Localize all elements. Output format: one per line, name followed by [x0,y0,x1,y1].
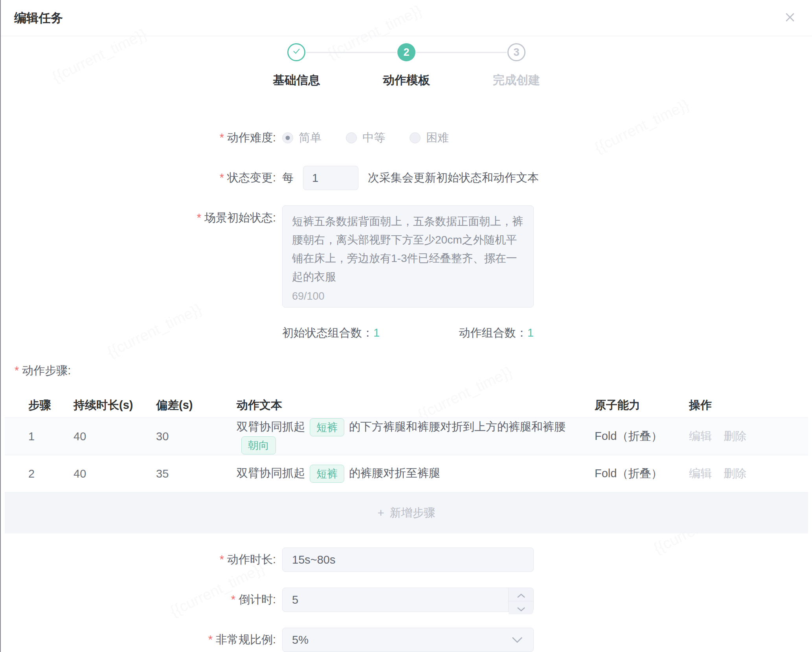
object-tag: 短裤 [310,465,344,483]
number-spinner [508,588,533,612]
field-label: *动作时长: [1,552,282,568]
stepper-step-basic-info: 基础信息 [241,43,351,88]
radio-option-medium[interactable]: 中等 [346,130,385,146]
cell-ability: Fold（折叠） [595,429,689,444]
initial-state-text: 短裤五条数据背面朝上，五条数据正面朝上，裤腰朝右，离头部视野下方至少20cm之外… [292,212,524,286]
field-label: *倒计时: [1,592,282,608]
chevron-up-icon [517,588,525,601]
delete-link[interactable]: 删除 [724,429,746,444]
difficulty-radio-group: 简单 中等 困难 [282,130,473,146]
field-label: *动作难度: [1,130,282,146]
required-asterisk: * [220,131,224,144]
action-combo-count: 动作组合数：1 [459,325,534,341]
plus-icon: + [377,506,384,520]
form-row-initial-state: *场景初始状态: 短裤五条数据背面朝上，五条数据正面朝上，裤腰朝右，离头部视野下… [1,205,812,308]
cell-step: 2 [28,467,73,480]
col-header-step: 步骤 [28,397,73,413]
col-header-deviation: 偏差(s) [156,397,237,413]
close-button[interactable] [782,10,798,26]
stepper-step-action-template: 2 动作模板 [351,43,461,88]
step-active-circle: 2 [397,43,415,61]
field-label: *非常规比例: [1,632,282,648]
action-duration-input[interactable]: 15s~80s [282,548,534,572]
action-duration-value: 15s~80s [292,553,335,566]
decrease-button[interactable] [509,601,533,614]
unusual-ratio-select[interactable]: 5% [282,628,534,652]
edit-link[interactable]: 编辑 [689,466,712,482]
cell-duration: 40 [73,467,156,480]
combo-value: 1 [527,326,534,339]
required-asterisk: * [231,593,235,606]
required-asterisk: * [197,211,201,224]
cell-operations: 编辑 删除 [689,429,808,444]
cell-action-text: 双臂协同抓起短裤的裤腰对折至裤腿 [237,465,595,483]
col-header-operations: 操作 [689,397,808,413]
close-icon [784,11,796,25]
col-header-duration: 持续时长(s) [73,397,156,413]
dialog-header: 编辑任务 [1,0,812,36]
form-row-state-change: *状态变更: 每 1 次采集会更新初始状态和动作文本 [1,166,812,190]
required-asterisk: * [208,633,213,646]
col-header-ability: 原子能力 [595,397,689,413]
cell-step: 1 [28,430,73,443]
form-row-action-duration: *动作时长: 15s~80s [1,548,812,572]
col-header-action-text: 动作文本 [237,397,595,413]
cell-deviation: 30 [156,430,237,443]
form-row-unusual-ratio: *非常规比例: 5% [1,628,812,652]
countdown-input[interactable]: 5 [282,588,534,612]
state-change-input[interactable]: 1 [303,166,358,190]
cell-ability: Fold（折叠） [595,466,689,482]
step-label: 基础信息 [241,72,351,88]
cell-action-text: 双臂协同抓起短裤的下方裤腿和裤腰对折到上方的裤腿和裤腰朝向 [237,418,595,454]
delete-link[interactable]: 删除 [724,466,746,482]
action-steps-table: 步骤 持续时长(s) 偏差(s) 动作文本 原子能力 操作 1 40 30 双臂… [5,393,808,533]
dialog-title: 编辑任务 [14,10,63,26]
form-row-combos: 初始状态组合数：1 动作组合数：1 [1,325,812,341]
check-icon [291,46,301,59]
unusual-ratio-value: 5% [292,634,309,647]
step-label: 完成创建 [461,72,571,88]
required-asterisk: * [220,553,224,566]
initial-state-combo-count: 初始状态组合数：1 [282,325,380,341]
countdown-value: 5 [292,593,298,606]
chevron-down-icon [511,636,523,643]
form-row-difficulty: *动作难度: 简单 中等 困难 [1,129,812,147]
combo-value: 1 [373,326,380,339]
radio-circle-checked [282,132,293,143]
required-asterisk: * [220,171,224,184]
state-change-prefix: 每 [282,170,294,186]
step-pending-circle: 3 [507,43,525,61]
field-label: *场景初始状态: [1,205,282,226]
radio-label: 简单 [299,130,321,146]
step-label: 动作模板 [351,72,461,88]
orientation-tag: 朝向 [241,436,276,454]
table-row: 2 40 35 双臂协同抓起短裤的裤腰对折至裤腿 Fold（折叠） 编辑 删除 [5,455,808,493]
action-steps-section-label: *动作步骤: [1,363,812,379]
radio-option-hard[interactable]: 困难 [410,130,449,146]
stepper: 基础信息 2 动作模板 3 完成创建 [241,43,571,90]
edit-link[interactable]: 编辑 [689,429,712,444]
radio-option-easy[interactable]: 简单 [282,130,321,146]
char-counter: 69/100 [292,290,325,302]
field-label: *状态变更: [1,170,282,186]
radio-circle [346,132,357,143]
cell-deviation: 35 [156,467,237,480]
table-header-row: 步骤 持续时长(s) 偏差(s) 动作文本 原子能力 操作 [5,393,808,418]
initial-state-textarea[interactable]: 短裤五条数据背面朝上，五条数据正面朝上，裤腰朝右，离头部视野下方至少20cm之外… [282,205,534,308]
add-step-button[interactable]: + 新增步骤 [5,493,808,533]
required-asterisk: * [15,364,19,377]
add-step-label: 新增步骤 [390,505,435,521]
increase-button[interactable] [509,588,533,601]
table-row: 1 40 30 双臂协同抓起短裤的下方裤腿和裤腰对折到上方的裤腿和裤腰朝向 Fo… [5,418,808,455]
object-tag: 短裤 [310,418,344,436]
radio-label: 中等 [362,130,385,146]
radio-label: 困难 [426,130,449,146]
chevron-down-icon [517,601,525,614]
state-change-suffix: 次采集会更新初始状态和动作文本 [368,170,539,186]
radio-circle [410,132,421,143]
form-row-countdown: *倒计时: 5 [1,588,812,612]
step-done-circle [287,43,305,61]
cell-duration: 40 [73,430,156,443]
stepper-step-finish: 3 完成创建 [461,43,571,88]
cell-operations: 编辑 删除 [689,466,808,482]
